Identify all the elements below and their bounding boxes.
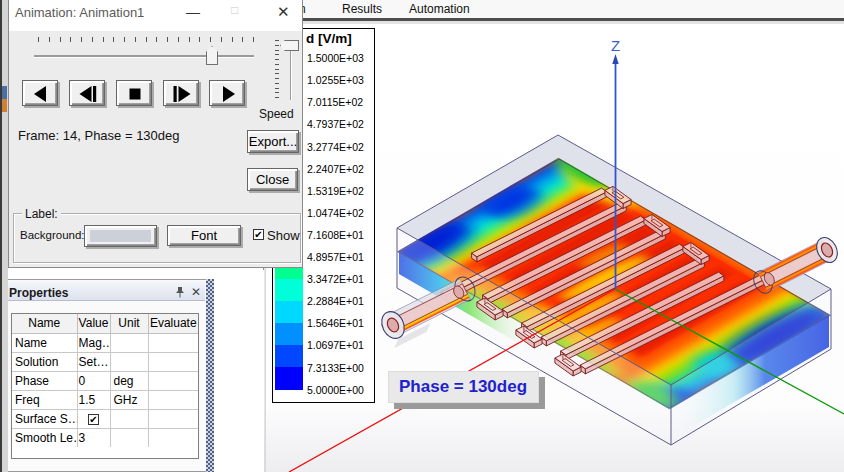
svg-text:Z: Z <box>611 37 620 54</box>
